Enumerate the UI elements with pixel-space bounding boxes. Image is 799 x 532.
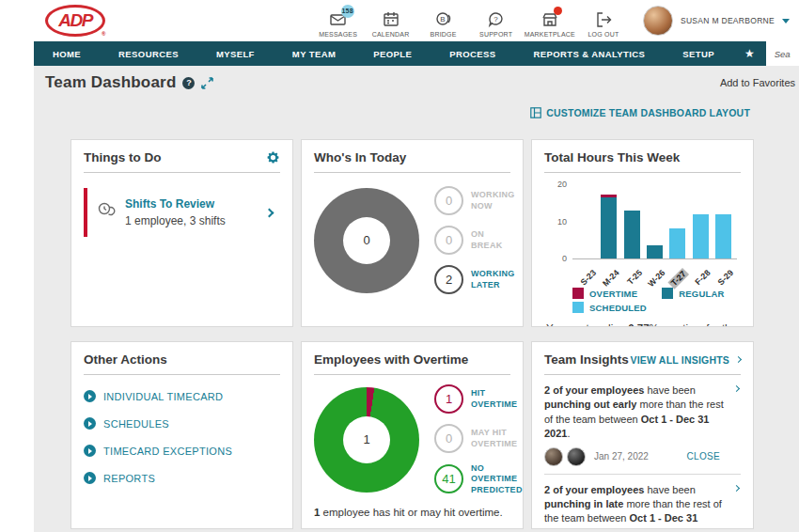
bar-segment-scheduled [693, 214, 709, 258]
nav-my-team[interactable]: MY TEAM [274, 41, 354, 66]
help-icon[interactable]: ? [182, 77, 195, 89]
overtime-trend-note: You are trending 0.77% overtime for the … [546, 322, 741, 327]
nav-setup[interactable]: SETUP [664, 41, 733, 66]
x-tick-T-25: T-25 [625, 268, 644, 287]
header-icon-bar: MESSAGES 158 CALENDAR B BRIDGE ? SUPPORT… [314, 5, 628, 38]
bridge-button[interactable]: B BRIDGE [419, 5, 468, 38]
nav-process[interactable]: PROCESS [431, 41, 514, 66]
whos-in-header: Who's In Today [314, 150, 510, 173]
link-schedules[interactable]: SCHEDULES [84, 417, 280, 430]
working-now-count: 0 [434, 186, 463, 215]
overtime-donut-chart: 1 [314, 387, 419, 493]
svg-text:?: ? [494, 15, 498, 23]
bar-segment-scheduled [669, 228, 685, 258]
legend-scheduled: SCHEDULED [572, 302, 647, 313]
nav-myself[interactable]: MYSELF [197, 41, 274, 66]
team-insights-title: Team Insights [544, 352, 629, 367]
customize-row: CUSTOMIZE TEAM DASHBOARD LAYOUT [34, 92, 799, 118]
legend-swatch [572, 302, 584, 313]
todo-item-shifts-to-review[interactable]: Shifts To Review 1 employee, 3 shifts [84, 188, 280, 237]
nav-people[interactable]: PEOPLE [354, 41, 431, 66]
dashboard-cards: Things to Do Shifts To Review 1 employee… [70, 139, 754, 529]
calendar-icon [382, 10, 400, 29]
search-box [766, 41, 799, 66]
view-all-insights-link[interactable]: VIEW ALL INSIGHTS [631, 354, 742, 366]
status-hit-overtime: 1 HIT OVERTIME [434, 384, 523, 414]
bar-S-23 [578, 184, 594, 258]
insight-punching-out-early: 2 of your employees have been punching o… [544, 375, 741, 474]
things-to-do-header: Things to Do [84, 150, 280, 173]
status-may-hit-overtime: 0 MAY HIT OVERTIME [434, 424, 523, 453]
calendar-button[interactable]: CALENDAR [367, 5, 415, 38]
page-content: Team Dashboard ? Add to Favorites CUSTOM… [34, 66, 799, 532]
overtime-statuses: 1 HIT OVERTIME 0 MAY HIT OVERTIME 41 NO … [434, 384, 523, 495]
status-no-overtime: 41 NO OVERTIME PREDICTED [434, 463, 523, 495]
marketplace-button[interactable]: MARKETPLACE [525, 5, 575, 38]
favorites-star-icon[interactable]: ★ [733, 41, 766, 66]
todo-item-subtitle: 1 employee, 3 shifts [125, 214, 226, 227]
user-name: SUSAN M DEARBORNE [681, 16, 775, 25]
todo-item-title: Shifts To Review [125, 197, 226, 211]
todo-text: Shifts To Review 1 employee, 3 shifts [125, 197, 226, 227]
insight-text: 2 of your employees have been punching i… [544, 483, 741, 529]
insight-close-link[interactable]: CLOSE [687, 451, 720, 462]
schedules-label: SCHEDULES [103, 418, 169, 430]
registered-mark: ® [102, 31, 104, 37]
messages-label: MESSAGES [319, 31, 357, 38]
insight-date: Jan 27, 2022 [594, 451, 649, 462]
other-actions-list: INDIVIDUAL TIMECARD SCHEDULES TIMECARD E… [84, 390, 280, 484]
nav-reports-analytics[interactable]: REPORTS & ANALYTICS [514, 41, 664, 66]
expand-icon[interactable] [201, 77, 213, 89]
bar-chart-plot: 01020 [572, 184, 737, 259]
may-hit-overtime-label: MAY HIT OVERTIME [471, 428, 523, 449]
page-title: Team Dashboard [45, 73, 176, 92]
hit-overtime-label: HIT OVERTIME [471, 388, 523, 410]
x-tick-S-23: S-23 [579, 268, 599, 288]
link-reports[interactable]: REPORTS [84, 472, 280, 484]
no-overtime-count: 41 [434, 464, 463, 493]
link-timecard-exceptions[interactable]: TIMECARD EXCEPTIONS [84, 445, 280, 457]
reports-label: REPORTS [103, 473, 155, 484]
hours-bar-chart: 01020 S-23M-24T-25W-26T-27F-28S-29 [572, 184, 737, 284]
arrow-bullet-icon [84, 417, 96, 430]
support-button[interactable]: ? SUPPORT [472, 5, 521, 38]
support-label: SUPPORT [479, 31, 512, 38]
legend-swatch [662, 288, 673, 299]
gear-icon[interactable] [266, 150, 280, 164]
bar-chart-legend: OVERTIMEREGULARSCHEDULED [572, 288, 754, 313]
bar-T-25 [624, 184, 640, 258]
add-to-favorites-link[interactable]: Add to Favorites [720, 77, 795, 88]
logout-button[interactable]: LOG OUT [579, 5, 628, 38]
card-other-actions: Other Actions INDIVIDUAL TIMECARD SCHEDU… [70, 341, 293, 529]
user-menu[interactable]: SUSAN M DEARBORNE [628, 6, 799, 36]
legend-swatch [572, 288, 584, 299]
adp-logo: ADP ® [45, 5, 105, 37]
card-things-to-do: Things to Do Shifts To Review 1 employee… [70, 139, 293, 327]
things-to-do-title: Things to Do [84, 150, 161, 164]
adp-logo-text: ADP [58, 10, 92, 31]
messages-button[interactable]: MESSAGES 158 [314, 5, 363, 38]
legend-regular: REGULAR [662, 288, 724, 299]
on-break-label: ON BREAK [471, 229, 515, 251]
whos-in-donut-chart: 0 [314, 188, 419, 293]
whos-in-title: Who's In Today [314, 150, 406, 164]
link-individual-timecard[interactable]: INDIVIDUAL TIMECARD [84, 390, 280, 402]
nav-resources[interactable]: RESOURCES [100, 41, 197, 66]
nav-home[interactable]: HOME [34, 41, 100, 66]
working-later-label: WORKING LATER [471, 269, 515, 290]
bar-segment-regular [601, 197, 617, 258]
x-tick-T-27: T-27 [668, 268, 690, 289]
customize-layout-link[interactable]: CUSTOMIZE TEAM DASHBOARD LAYOUT [530, 107, 750, 118]
x-tick-W-26: W-26 [646, 268, 666, 289]
bar-segment-regular [647, 245, 663, 258]
no-overtime-label: NO OVERTIME PREDICTED [471, 463, 523, 495]
y-tick-0: 0 [548, 254, 567, 263]
employee-avatar [567, 447, 586, 466]
overtime-title: Employees with Overtime [314, 352, 468, 367]
total-hours-header: Total Hours This Week [544, 150, 741, 173]
x-tick-M-24: M-24 [601, 268, 621, 289]
bar-S-29 [715, 184, 731, 258]
search-input[interactable] [775, 49, 791, 59]
marketplace-label: MARKETPLACE [525, 31, 575, 38]
chevron-right-icon[interactable] [265, 208, 274, 217]
